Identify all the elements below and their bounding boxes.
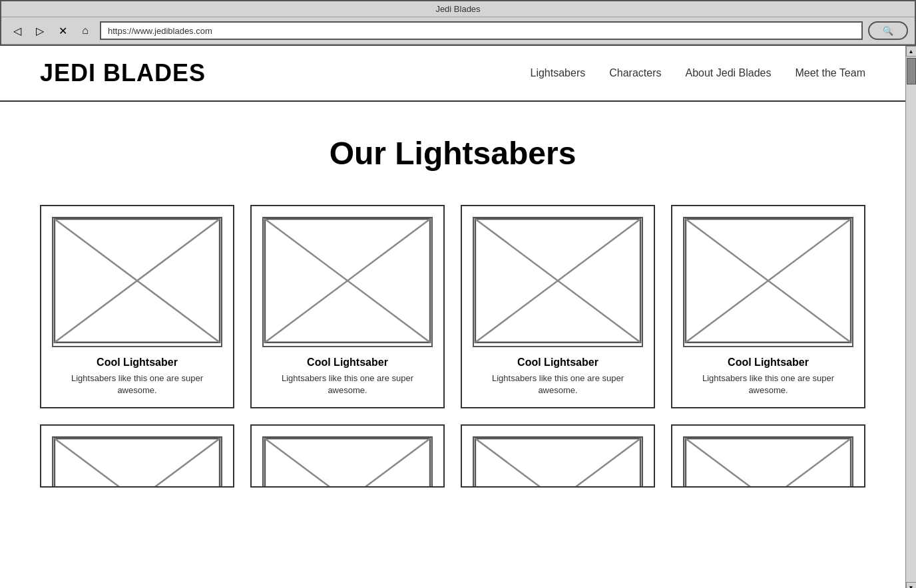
nav-meet-team[interactable]: Meet the Team — [795, 67, 865, 79]
product-card-2[interactable]: Cool Lightsaber Lightsabers like this on… — [250, 205, 445, 408]
product-name-2: Cool Lightsaber — [262, 357, 433, 368]
product-grid-row2 — [40, 424, 865, 488]
product-card-1[interactable]: Cool Lightsaber Lightsabers like this on… — [40, 205, 234, 408]
product-image-3 — [473, 217, 643, 347]
site-header: JEDI BLADES Lightsabers Characters About… — [0, 46, 905, 102]
product-card-3[interactable]: Cool Lightsaber Lightsabers like this on… — [461, 205, 655, 408]
product-image-4 — [683, 217, 853, 347]
site-logo: JEDI BLADES — [40, 59, 206, 87]
product-card-7[interactable] — [461, 424, 655, 488]
nav-about[interactable]: About Jedi Blades — [685, 67, 771, 79]
browser-toolbar: ◁ ▷ ✕ ⌂ 🔍 — [1, 17, 915, 45]
product-card-8[interactable] — [671, 424, 865, 488]
product-desc-1: Lightsabers like this one are super awes… — [52, 372, 222, 396]
product-card-5[interactable] — [40, 424, 234, 488]
product-name-1: Cool Lightsaber — [52, 357, 222, 368]
product-desc-2: Lightsabers like this one are super awes… — [262, 372, 433, 396]
browser-titlebar: Jedi Blades — [1, 1, 915, 17]
close-icon: ✕ — [59, 25, 67, 37]
close-button[interactable]: ✕ — [53, 21, 72, 40]
scroll-down-arrow[interactable]: ▼ — [906, 582, 917, 588]
scrollbar[interactable]: ▲ ▼ — [905, 46, 916, 588]
address-bar[interactable] — [100, 21, 863, 40]
product-desc-3: Lightsabers like this one are super awes… — [473, 372, 643, 396]
website-wrapper: JEDI BLADES Lightsabers Characters About… — [0, 46, 916, 588]
back-icon: ◁ — [13, 25, 21, 37]
search-icon: 🔍 — [883, 26, 893, 36]
product-image-2 — [262, 217, 433, 347]
product-desc-4: Lightsabers like this one are super awes… — [683, 372, 853, 396]
product-name-4: Cool Lightsaber — [683, 357, 853, 368]
nav-buttons: ◁ ▷ ✕ ⌂ — [8, 21, 95, 40]
forward-button[interactable]: ▷ — [31, 21, 49, 40]
svg-rect-15 — [265, 439, 430, 488]
search-button[interactable]: 🔍 — [868, 21, 908, 40]
product-image-6 — [262, 436, 433, 488]
product-grid-row1: Cool Lightsaber Lightsabers like this on… — [40, 205, 865, 408]
svg-rect-12 — [55, 439, 220, 488]
product-image-5 — [52, 436, 222, 488]
scroll-thumb[interactable] — [907, 58, 916, 84]
back-button[interactable]: ◁ — [8, 21, 27, 40]
svg-rect-18 — [475, 439, 640, 488]
website-content: JEDI BLADES Lightsabers Characters About… — [0, 46, 905, 588]
nav-lightsabers[interactable]: Lightsabers — [531, 67, 586, 79]
scroll-up-arrow[interactable]: ▲ — [906, 46, 917, 57]
home-icon: ⌂ — [82, 25, 89, 37]
browser-chrome: Jedi Blades ◁ ▷ ✕ ⌂ 🔍 — [0, 0, 916, 46]
browser-title: Jedi Blades — [435, 4, 480, 14]
forward-icon: ▷ — [36, 25, 44, 37]
product-image-7 — [473, 436, 643, 488]
page-title: Our Lightsabers — [40, 135, 865, 172]
site-nav: Lightsabers Characters About Jedi Blades… — [531, 67, 866, 79]
product-card-4[interactable]: Cool Lightsaber Lightsabers like this on… — [671, 205, 865, 408]
product-card-6[interactable] — [250, 424, 445, 488]
svg-rect-21 — [686, 439, 851, 488]
product-name-3: Cool Lightsaber — [473, 357, 643, 368]
product-image-8 — [683, 436, 853, 488]
home-button[interactable]: ⌂ — [76, 21, 95, 40]
product-image-1 — [52, 217, 222, 347]
nav-characters[interactable]: Characters — [609, 67, 661, 79]
site-main: Our Lightsabers Cool Lightsaber Lightsab… — [0, 102, 905, 523]
